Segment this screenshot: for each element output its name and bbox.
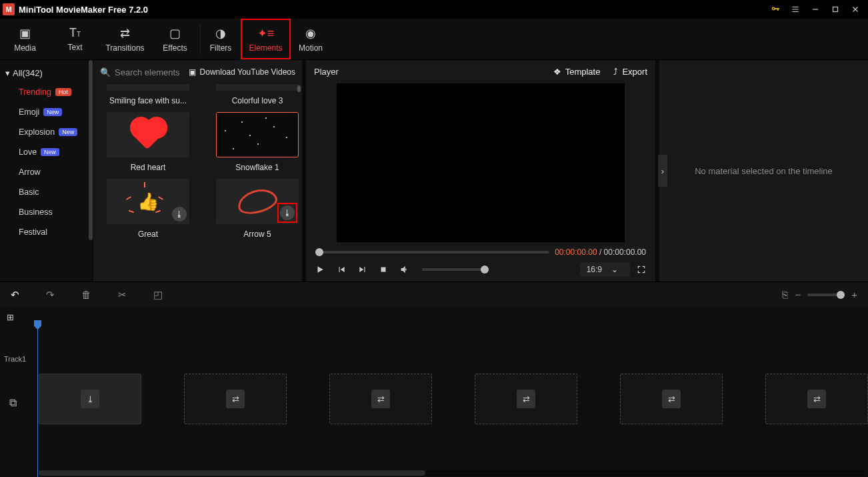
stop-button[interactable] xyxy=(379,266,387,274)
volume-slider[interactable] xyxy=(422,268,489,271)
hamburger-icon[interactable] xyxy=(785,0,805,19)
tab-label: Filters xyxy=(210,43,232,53)
grid-item[interactable]: Colorful love 3 xyxy=(216,84,299,105)
zoom-in-button[interactable]: + xyxy=(851,289,857,300)
swap-icon: ⇄ xyxy=(662,390,681,408)
text-icon: TT xyxy=(69,26,81,40)
download-icon[interactable]: ⭳ xyxy=(280,205,295,220)
elements-grid: 🔍 Search elements ▣ Download YouTube Vid… xyxy=(93,60,302,282)
volume-icon[interactable] xyxy=(399,264,410,275)
search-icon: 🔍 xyxy=(100,67,111,77)
sidebar-item-basic[interactable]: Basic xyxy=(0,182,93,202)
transitions-icon: ⇄ xyxy=(120,26,130,41)
sidebar-item-love[interactable]: Love New xyxy=(0,142,93,162)
folder-icon: ▣ xyxy=(19,26,31,41)
tab-effects[interactable]: ▢ Effects xyxy=(150,19,200,59)
grid-item-label: Smiling face with su... xyxy=(107,96,189,105)
search-input[interactable]: 🔍 Search elements xyxy=(100,67,180,77)
timeline-scrollbar[interactable] xyxy=(39,470,864,476)
fullscreen-button[interactable] xyxy=(637,265,646,274)
tab-transitions[interactable]: ⇄ Transitions xyxy=(100,19,150,59)
main-toolbar: ▣ Media TT Text ⇄ Transitions ▢ Effects … xyxy=(0,19,868,60)
timeline-clip-slot[interactable]: ⇄ xyxy=(329,374,432,424)
timeline-clip-slot[interactable]: ⇄ xyxy=(620,374,723,424)
layers-icon: ❖ xyxy=(553,67,561,77)
download-icon[interactable]: ⭳ xyxy=(172,207,187,221)
swap-icon: ⇄ xyxy=(226,390,245,408)
seek-bar[interactable] xyxy=(315,251,549,254)
sidebar-all[interactable]: ▾ All(342) xyxy=(0,64,93,82)
export-button[interactable]: ⤴ Export xyxy=(613,67,647,77)
redo-button[interactable]: ↷ xyxy=(46,289,55,301)
search-placeholder: Search elements xyxy=(115,67,180,77)
badge-hot: Hot xyxy=(55,88,71,96)
export-label: Export xyxy=(622,67,647,77)
undo-button[interactable]: ↶ xyxy=(11,289,19,301)
badge-new: New xyxy=(59,128,77,136)
minimize-button[interactable] xyxy=(805,0,825,19)
grid-item-great[interactable]: 👍 ⭳ Great xyxy=(107,179,189,239)
timeline-clip-slot[interactable]: ⇄ xyxy=(765,374,868,424)
sidebar-item-trending[interactable]: Trending Hot xyxy=(0,82,93,102)
edit-toolbar: ↶ ↷ 🗑 ✂ ◰ ⎘ − + xyxy=(0,282,868,307)
tab-media[interactable]: ▣ Media xyxy=(0,19,50,59)
grid-item-label: Red heart xyxy=(107,163,189,172)
grid-scrollbar[interactable] xyxy=(297,85,301,92)
timeline-option-icon[interactable]: ⎘ xyxy=(782,289,788,300)
tab-label: Motion xyxy=(299,43,323,53)
prev-frame-button[interactable] xyxy=(337,265,346,274)
maximize-button[interactable] xyxy=(825,0,845,19)
grid-item-snowflake[interactable]: Snowflake 1 xyxy=(216,112,299,172)
ratio-value: 16:9 xyxy=(587,265,602,274)
swap-icon: ⇄ xyxy=(807,390,826,408)
sidebar-item-label: Trending xyxy=(19,87,51,97)
template-button[interactable]: ❖ Template xyxy=(553,67,601,77)
aspect-ratio-select[interactable]: 16:9 ⌄ xyxy=(580,262,630,277)
split-button[interactable]: ✂ xyxy=(118,289,127,301)
tab-label: Transitions xyxy=(105,43,144,53)
tab-label: Elements xyxy=(249,43,282,53)
tab-filters[interactable]: ◑ Filters xyxy=(201,19,241,59)
grid-item[interactable]: Smiling face with su... xyxy=(107,84,189,105)
tab-label: Effects xyxy=(163,43,187,53)
inspector-empty-text: No material selected on the timeline xyxy=(695,166,833,176)
download-youtube-label: Download YouTube Videos xyxy=(200,67,295,77)
timeline-clip-slot[interactable]: ⇄ xyxy=(184,374,287,424)
timeline-clip-slot[interactable]: ⇄ xyxy=(475,374,577,424)
badge-new: New xyxy=(43,108,62,116)
zoom-slider[interactable] xyxy=(807,294,845,296)
next-frame-button[interactable] xyxy=(358,265,367,274)
timeline-clip-slot[interactable]: ⤓ xyxy=(39,374,141,424)
timeline: ⊞ Track1 ⧉ ⤓ ⇄ ⇄ ⇄ ⇄ ⇄ xyxy=(0,307,868,477)
expand-inspector-button[interactable]: › xyxy=(658,155,667,187)
sidebar-item-explosion[interactable]: Explosion New xyxy=(0,122,93,142)
sidebar-item-arrow[interactable]: Arrow xyxy=(0,162,93,182)
add-track-button[interactable]: ⊞ xyxy=(7,312,14,322)
sidebar-item-label: Festival xyxy=(19,227,47,237)
sidebar-item-emoji[interactable]: Emoji New xyxy=(0,102,93,122)
download-youtube-link[interactable]: ▣ Download YouTube Videos xyxy=(189,67,295,77)
play-button[interactable] xyxy=(315,265,325,274)
youtube-icon: ▣ xyxy=(189,67,196,77)
tab-text[interactable]: TT Text xyxy=(50,19,100,59)
key-icon[interactable] xyxy=(765,0,785,19)
titlebar: M MiniTool MovieMaker Free 7.2.0 xyxy=(0,0,868,19)
playhead[interactable] xyxy=(37,326,38,477)
close-button[interactable] xyxy=(845,0,865,19)
tab-elements[interactable]: ✦≡ Elements xyxy=(241,19,291,59)
sidebar-item-label: Business xyxy=(19,207,53,217)
crop-button[interactable]: ◰ xyxy=(153,289,163,301)
tab-motion[interactable]: ◉ Motion xyxy=(291,19,331,59)
sidebar-scrollbar[interactable] xyxy=(89,60,93,240)
grid-item-red-heart[interactable]: Red heart xyxy=(107,112,189,172)
chevron-down-icon: ▾ xyxy=(5,68,10,78)
elements-icon: ✦≡ xyxy=(257,26,275,41)
badge-new: New xyxy=(41,148,59,156)
zoom-out-button[interactable]: − xyxy=(795,289,801,300)
sidebar-item-festival[interactable]: Festival xyxy=(0,222,93,242)
sidebar-item-business[interactable]: Business xyxy=(0,202,93,222)
delete-button[interactable]: 🗑 xyxy=(81,289,91,300)
inspector-panel: › No material selected on the timeline xyxy=(659,60,868,282)
sidebar-item-label: Explosion xyxy=(19,127,55,137)
grid-item-arrow5[interactable]: ⭳ Arrow 5 xyxy=(216,179,299,239)
